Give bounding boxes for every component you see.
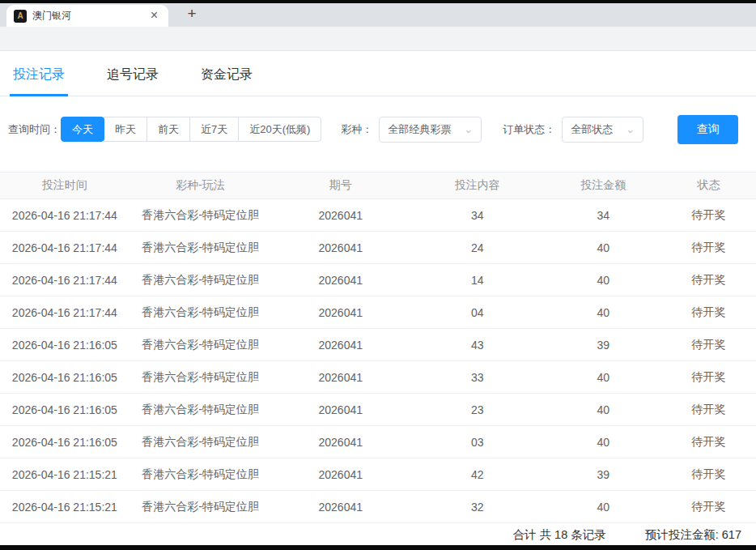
table-footer: 合计 共 18 条记录 预计投注金额: 617	[0, 523, 756, 545]
cell-lottery-play: 香港六合彩-特码定位胆	[130, 370, 272, 385]
tab-close-icon[interactable]: ×	[147, 9, 161, 23]
chevron-down-icon: ⌄	[626, 126, 635, 134]
time-filter-last-20-days-low-freq[interactable]: 近20天(低频)	[238, 117, 321, 142]
column-header-content: 投注内容	[410, 178, 545, 193]
lottery-select-value: 全部经典彩票	[388, 122, 451, 137]
cell-time: 2026-04-16 21:17:44	[0, 209, 130, 222]
record-tabs: 投注记录追号记录资金记录	[0, 51, 756, 96]
table-row: 2026-04-16 21:17:44香港六合彩-特码定位胆2026041144…	[0, 264, 756, 296]
cell-content: 42	[410, 468, 545, 481]
window-frame-bottom	[0, 545, 756, 550]
cell-lottery-play: 香港六合彩-特码定位胆	[130, 403, 272, 417]
cell-content: 23	[410, 403, 545, 416]
cell-amount: 40	[545, 241, 661, 254]
cell-status: 待开奖	[661, 208, 756, 223]
browser-toolbar	[0, 27, 756, 51]
column-header-lottery-play: 彩种-玩法	[130, 178, 272, 193]
browser-tab-title: 澳门银河	[32, 9, 142, 23]
cell-lottery-play: 香港六合彩-特码定位胆	[130, 208, 272, 223]
cell-time: 2026-04-16 21:17:44	[0, 241, 130, 254]
browser-tab[interactable]: A 澳门银河 ×	[6, 5, 168, 27]
cell-time: 2026-04-16 21:16:05	[0, 436, 130, 449]
cell-lottery-play: 香港六合彩-特码定位胆	[130, 241, 272, 255]
time-filter-day-before-yesterday[interactable]: 前天	[147, 117, 190, 142]
cell-amount: 40	[545, 371, 661, 384]
time-filter-today[interactable]: 今天	[61, 117, 104, 142]
cell-time: 2026-04-16 21:17:44	[0, 274, 130, 287]
cell-status: 待开奖	[661, 500, 756, 514]
cell-amount: 34	[545, 209, 661, 222]
cell-status: 待开奖	[661, 338, 756, 352]
order-status-select[interactable]: 全部状态 ⌄	[562, 117, 643, 143]
tab-chase-records[interactable]: 追号记录	[104, 54, 162, 96]
cell-content: 33	[410, 371, 545, 384]
bet-records-table: 投注时间彩种-玩法期号投注内容投注金额状态 2026-04-16 21:17:4…	[0, 172, 756, 523]
cell-time: 2026-04-16 21:15:21	[0, 468, 130, 481]
new-tab-button[interactable]: +	[181, 4, 202, 25]
cell-content: 03	[410, 436, 545, 449]
cell-content: 04	[410, 306, 545, 319]
order-status-select-value: 全部状态	[571, 122, 613, 137]
filter-bar: 查询时间： 今天昨天前天近7天近20天(低频) 彩种： 全部经典彩票 ⌄ 订单状…	[0, 96, 756, 162]
cell-time: 2026-04-16 21:17:44	[0, 306, 130, 319]
cell-amount: 40	[545, 403, 661, 416]
cell-content: 14	[410, 274, 545, 287]
cell-amount: 40	[545, 274, 661, 287]
table-row: 2026-04-16 21:15:21香港六合彩-特码定位胆2026041423…	[0, 458, 756, 491]
cell-status: 待开奖	[661, 467, 756, 482]
cell-issue: 2026041	[271, 403, 410, 416]
cell-content: 34	[410, 209, 545, 222]
cell-status: 待开奖	[661, 370, 756, 385]
site-favicon-icon: A	[14, 10, 27, 23]
total-records-text: 合计 共 18 条记录	[513, 527, 606, 543]
cell-issue: 2026041	[271, 274, 410, 287]
lottery-select[interactable]: 全部经典彩票 ⌄	[379, 117, 482, 143]
lottery-filter-label: 彩种：	[341, 122, 372, 137]
column-header-time: 投注时间	[0, 178, 130, 193]
table-row: 2026-04-16 21:16:05香港六合彩-特码定位胆2026041433…	[0, 329, 756, 361]
cell-amount: 40	[545, 306, 661, 319]
table-row: 2026-04-16 21:16:05香港六合彩-特码定位胆2026041234…	[0, 394, 756, 426]
tab-fund-records[interactable]: 资金记录	[197, 54, 256, 96]
browser-tab-bar: A 澳门银河 × +	[0, 3, 756, 27]
cell-content: 32	[410, 501, 545, 514]
cell-time: 2026-04-16 21:16:05	[0, 403, 130, 416]
table-row: 2026-04-16 21:16:05香港六合彩-特码定位胆2026041034…	[0, 426, 756, 458]
query-button[interactable]: 查询	[677, 115, 738, 144]
table-row: 2026-04-16 21:16:05香港六合彩-特码定位胆2026041334…	[0, 361, 756, 394]
estimated-amount-text: 预计投注金额: 617	[645, 527, 741, 543]
cell-lottery-play: 香港六合彩-特码定位胆	[130, 467, 272, 482]
page-content: 投注记录追号记录资金记录 查询时间： 今天昨天前天近7天近20天(低频) 彩种：…	[0, 51, 756, 545]
cell-amount: 39	[545, 339, 661, 352]
tab-bet-records[interactable]: 投注记录	[10, 54, 68, 96]
order-status-filter-label: 订单状态：	[503, 122, 555, 137]
cell-status: 待开奖	[661, 403, 756, 417]
cell-lottery-play: 香港六合彩-特码定位胆	[130, 500, 272, 514]
time-range-group: 今天昨天前天近7天近20天(低频)	[61, 117, 321, 142]
table-row: 2026-04-16 21:17:44香港六合彩-特码定位胆2026041244…	[0, 232, 756, 264]
cell-lottery-play: 香港六合彩-特码定位胆	[130, 305, 272, 320]
cell-issue: 2026041	[271, 371, 410, 384]
cell-content: 24	[410, 241, 545, 254]
table-header-row: 投注时间彩种-玩法期号投注内容投注金额状态	[0, 172, 756, 199]
cell-amount: 40	[545, 436, 661, 449]
cell-issue: 2026041	[271, 468, 410, 481]
cell-content: 43	[410, 339, 545, 352]
column-header-status: 状态	[661, 178, 756, 193]
cell-amount: 39	[545, 468, 661, 481]
cell-issue: 2026041	[271, 306, 410, 319]
browser-window: A 澳门银河 × + 投注记录追号记录资金记录 查询时间： 今天昨天前天近7天近…	[0, 0, 756, 550]
cell-time: 2026-04-16 21:15:21	[0, 501, 130, 514]
time-filter-label: 查询时间：	[8, 122, 61, 137]
chevron-down-icon: ⌄	[464, 126, 473, 134]
cell-issue: 2026041	[271, 209, 410, 222]
column-header-issue: 期号	[271, 178, 410, 193]
table-row: 2026-04-16 21:17:44香港六合彩-特码定位胆2026041044…	[0, 296, 756, 329]
time-filter-yesterday[interactable]: 昨天	[104, 117, 147, 142]
cell-issue: 2026041	[271, 241, 410, 254]
cell-status: 待开奖	[661, 273, 756, 288]
cell-status: 待开奖	[661, 241, 756, 255]
cell-issue: 2026041	[271, 501, 410, 514]
time-filter-last-7-days[interactable]: 近7天	[189, 117, 239, 142]
table-row: 2026-04-16 21:17:44香港六合彩-特码定位胆2026041343…	[0, 199, 756, 232]
